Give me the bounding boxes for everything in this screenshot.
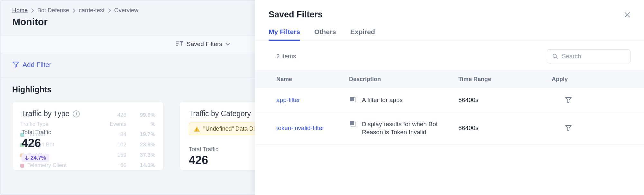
- tab-others[interactable]: Others: [314, 28, 336, 41]
- filter-name-link[interactable]: app-filter: [276, 97, 300, 103]
- total-traffic-label: Total Traffic: [22, 129, 154, 136]
- col-description: Description: [349, 76, 458, 83]
- table-header: Name Description Time Range Apply: [255, 70, 644, 88]
- funnel-icon: [12, 61, 19, 68]
- add-filter-label: Add Filter: [23, 61, 51, 69]
- tab-expired[interactable]: Expired: [350, 28, 375, 41]
- saved-filters-label: Saved Filters: [187, 41, 222, 48]
- col-apply: Apply: [552, 76, 630, 83]
- svg-rect-0: [197, 128, 197, 130]
- svg-point-2: [553, 54, 556, 57]
- saved-filters-dropdown[interactable]: Saved Filters: [176, 41, 230, 48]
- svg-rect-3: [350, 97, 354, 101]
- filter-description: A filter for apps: [362, 96, 403, 104]
- document-icon: [349, 96, 356, 103]
- filter-description: Display results for when Bot Reason is T…: [362, 120, 458, 136]
- chevron-right-icon: [108, 8, 111, 13]
- item-count: 2 items: [269, 53, 296, 60]
- breadcrumb-home[interactable]: Home: [12, 7, 28, 14]
- warning-icon: [194, 126, 200, 132]
- apply-filter-button[interactable]: [565, 124, 572, 132]
- filters-table: Name Description Time Range Apply app-fi…: [255, 70, 644, 148]
- breadcrumb-bot-defense[interactable]: Bot Defense: [37, 7, 69, 14]
- breadcrumb-carrie-test[interactable]: carrie-test: [79, 7, 105, 14]
- close-icon: [624, 12, 630, 18]
- breadcrumb-overview[interactable]: Overview: [114, 7, 138, 14]
- chevron-down-icon: [225, 42, 230, 46]
- filter-list-icon: [176, 41, 183, 47]
- search-icon: [552, 53, 558, 60]
- filter-name-link[interactable]: token-invalid-filter: [276, 125, 324, 131]
- filter-time-range: 86400s: [458, 125, 552, 132]
- col-time-range: Time Range: [458, 76, 552, 83]
- delta-badge: 24.7%: [22, 154, 49, 162]
- filter-time-range: 86400s: [458, 97, 552, 104]
- saved-filters-panel: Saved Filters My Filters Others Expired …: [255, 0, 644, 195]
- table-row: app-filter A filter for apps 86400s: [255, 88, 644, 112]
- close-panel-button[interactable]: [624, 12, 630, 18]
- col-name: Name: [269, 76, 349, 83]
- chevron-right-icon: [31, 8, 34, 13]
- table-row: token-invalid-filter Display results for…: [255, 112, 644, 144]
- add-filter-button[interactable]: Add Filter: [12, 61, 51, 69]
- card-title-text: Traffic by Category: [189, 109, 251, 118]
- card-traffic-by-type: Total 426 99.9% Traffic Type Events %: [12, 101, 163, 171]
- svg-rect-1: [197, 130, 197, 131]
- arrow-down-icon: [25, 156, 29, 160]
- tab-my-filters[interactable]: My Filters: [269, 28, 300, 41]
- search-input[interactable]: [562, 53, 625, 60]
- svg-rect-5: [350, 121, 354, 125]
- chevron-right-icon: [72, 8, 76, 13]
- search-box[interactable]: [547, 49, 630, 63]
- document-icon: [349, 120, 356, 127]
- panel-title: Saved Filters: [269, 10, 323, 20]
- total-traffic-value: 426: [22, 136, 154, 150]
- tabs: My Filters Others Expired: [255, 28, 644, 41]
- info-icon[interactable]: i: [73, 110, 80, 117]
- card-title-text: Traffic by Type: [22, 109, 69, 118]
- funnel-icon: [565, 96, 572, 104]
- funnel-icon: [565, 124, 572, 132]
- apply-filter-button[interactable]: [565, 96, 572, 104]
